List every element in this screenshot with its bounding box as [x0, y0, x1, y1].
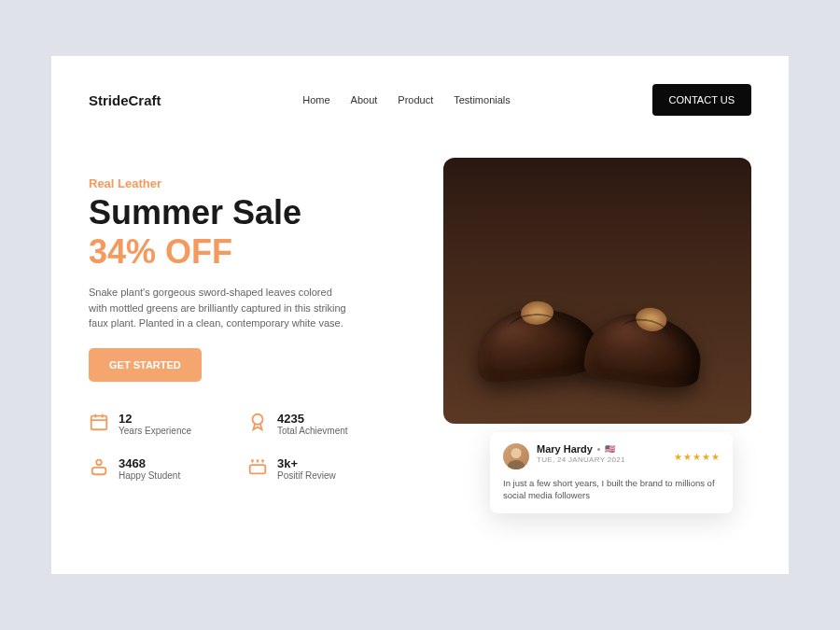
hero-eyebrow: Real Leather [89, 176, 406, 190]
contact-button[interactable]: CONTACT US [652, 84, 752, 116]
stats-grid: 12 Years Experience 4235 Total Achievmen… [89, 412, 369, 481]
hero-section: Real Leather Summer Sale 34% OFF Snake p… [89, 158, 751, 481]
calendar-icon [89, 412, 109, 432]
stat-value: 3468 [119, 456, 180, 470]
star-icon: ★ [702, 452, 710, 462]
stat-experience: 12 Years Experience [89, 412, 210, 436]
avatar [503, 443, 529, 469]
star-icon: ★ [693, 452, 701, 462]
testimonial-date: TUE, 24 JANUARY 2021 [537, 455, 625, 464]
star-icon: ★ [674, 452, 682, 462]
nav-about[interactable]: About [351, 94, 378, 105]
svg-rect-3 [92, 468, 106, 474]
stat-value: 12 [119, 412, 191, 426]
star-rating: ★ ★ ★ ★ ★ [674, 452, 720, 462]
stat-value: 3k+ [277, 456, 336, 470]
stat-label: Years Experience [119, 426, 191, 436]
svg-rect-4 [250, 465, 266, 473]
stat-student: 3468 Happy Student [89, 456, 210, 481]
stat-value: 4235 [277, 412, 348, 426]
stat-label: Total Achievment [277, 426, 348, 436]
testimonial-text: In just a few short years, I built the b… [503, 477, 720, 502]
hero-image-column: Mary Hardy 🇺🇸 TUE, 24 JANUARY 2021 ★ ★ ★… [443, 158, 751, 481]
hero-title: Summer Sale [89, 194, 406, 231]
landing-page: StrideCraft Home About Product Testimoni… [51, 56, 789, 574]
svg-point-2 [96, 459, 102, 465]
testimonial-header: Mary Hardy 🇺🇸 TUE, 24 JANUARY 2021 ★ ★ ★… [503, 443, 720, 469]
shoe-graphic [473, 303, 600, 384]
brand-logo[interactable]: StrideCraft [89, 92, 161, 108]
svg-point-1 [253, 413, 263, 424]
flag-icon: 🇺🇸 [605, 444, 615, 454]
header: StrideCraft Home About Product Testimoni… [89, 84, 751, 116]
nav-product[interactable]: Product [398, 94, 433, 105]
star-icon: ★ [683, 452, 692, 462]
testimonial-name: Mary Hardy [537, 443, 593, 455]
main-nav: Home About Product Testimonials [302, 94, 511, 105]
nav-testimonials[interactable]: Testimonials [454, 94, 511, 105]
stat-review: 3k+ Positif Review [247, 456, 369, 481]
hero-text-column: Real Leather Summer Sale 34% OFF Snake p… [89, 158, 406, 481]
hero-product-image [443, 158, 751, 424]
user-icon [89, 456, 109, 477]
hero-discount: 34% OFF [89, 233, 406, 271]
review-icon [247, 456, 268, 477]
svg-rect-0 [91, 415, 107, 429]
nav-home[interactable]: Home [302, 94, 329, 105]
medal-icon [247, 412, 268, 432]
stat-label: Positif Review [277, 470, 336, 481]
stat-achievement: 4235 Total Achievment [247, 412, 369, 436]
stat-label: Happy Student [119, 470, 180, 481]
shoe-graphic [582, 307, 707, 392]
hero-description: Snake plant's gorgeous sword-shaped leav… [89, 285, 350, 331]
star-icon: ★ [711, 452, 720, 462]
get-started-button[interactable]: GET STARTED [89, 348, 202, 382]
testimonial-card: Mary Hardy 🇺🇸 TUE, 24 JANUARY 2021 ★ ★ ★… [490, 432, 733, 513]
separator-dot [597, 448, 600, 451]
